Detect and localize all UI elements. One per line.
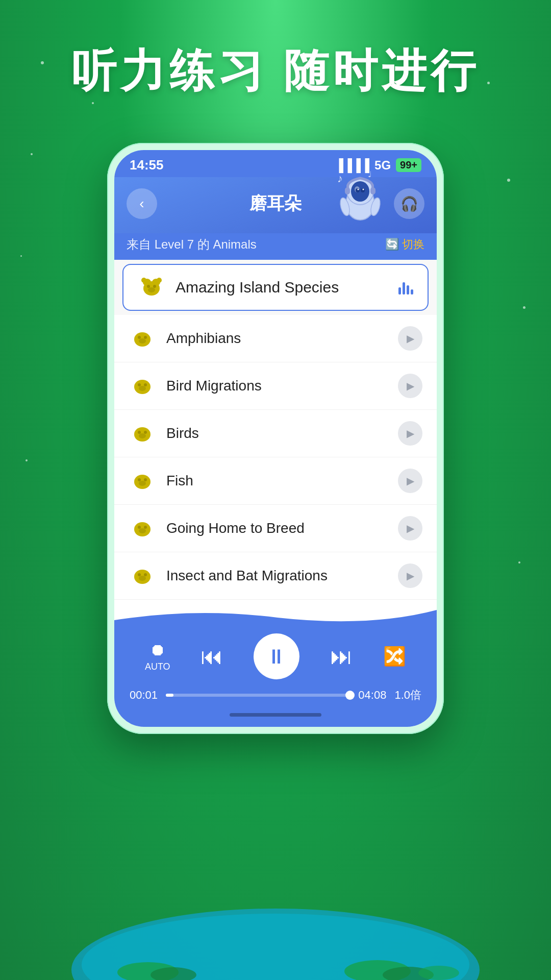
prev-icon: ⏮ bbox=[201, 644, 223, 669]
bear-icon-6 bbox=[129, 517, 156, 540]
svg-point-64 bbox=[418, 966, 459, 980]
svg-point-31 bbox=[138, 383, 141, 386]
astronaut-icon: ♪ ♩ bbox=[330, 167, 391, 228]
svg-point-19 bbox=[148, 287, 155, 292]
star bbox=[507, 179, 510, 182]
play-button-6[interactable]: ▶ bbox=[398, 516, 422, 541]
svg-point-20 bbox=[141, 278, 146, 283]
svg-point-50 bbox=[144, 526, 147, 529]
svg-point-37 bbox=[138, 431, 141, 434]
track-item-3[interactable]: Bird Migrations ▶ bbox=[114, 362, 437, 410]
playlist-label: 来自 Level 7 的 Animals bbox=[127, 236, 257, 253]
headphone-button[interactable]: 🎧 bbox=[394, 188, 424, 219]
back-button[interactable]: ‹ bbox=[127, 188, 157, 219]
svg-point-56 bbox=[144, 573, 147, 576]
svg-point-26 bbox=[144, 336, 147, 339]
current-time: 00:01 bbox=[130, 689, 158, 702]
next-button[interactable]: ⏭ bbox=[330, 644, 353, 669]
battery-badge: 99+ bbox=[396, 158, 421, 172]
svg-point-57 bbox=[139, 576, 146, 581]
bear-icon-7 bbox=[129, 565, 156, 587]
shuffle-icon: 🔀 bbox=[383, 646, 406, 667]
player-section: ⏺ AUTO ⏮ ⏸ ⏭ 🔀 bbox=[114, 625, 437, 708]
next-icon: ⏭ bbox=[330, 644, 353, 669]
bear-icon-5 bbox=[129, 470, 156, 492]
progress-area: 00:01 04:08 1.0倍 bbox=[130, 688, 421, 703]
back-icon: ‹ bbox=[139, 195, 144, 212]
svg-point-49 bbox=[138, 526, 141, 529]
track-item-7[interactable]: Insect and Bat Migrations ▶ bbox=[114, 552, 437, 600]
bear-icon-4 bbox=[129, 422, 156, 445]
track-name-2: Amphibians bbox=[166, 330, 388, 347]
svg-point-43 bbox=[138, 478, 141, 481]
phone-screen: 14:55 ▐▐▐▐ 5G 99+ ‹ 磨耳朵 ♪ ♩ bbox=[114, 150, 437, 727]
auto-button[interactable]: ⏺ AUTO bbox=[145, 641, 170, 672]
bear-icon-2 bbox=[129, 327, 156, 350]
svg-point-21 bbox=[157, 278, 162, 283]
progress-fill bbox=[166, 694, 173, 697]
planet-decoration bbox=[71, 878, 480, 980]
svg-point-39 bbox=[139, 433, 146, 438]
astronaut-decoration: ♪ ♩ bbox=[330, 167, 396, 233]
svg-point-4 bbox=[351, 181, 369, 202]
star bbox=[31, 153, 33, 155]
svg-point-44 bbox=[144, 478, 147, 481]
progress-dot bbox=[345, 691, 355, 700]
speed-badge: 1.0倍 bbox=[394, 688, 421, 703]
svg-point-51 bbox=[139, 528, 146, 533]
svg-point-55 bbox=[138, 573, 141, 576]
play-button-4[interactable]: ▶ bbox=[398, 421, 422, 446]
wave-svg bbox=[114, 600, 437, 625]
track-item-1[interactable]: Amazing Island Species bbox=[122, 264, 429, 311]
play-button-3[interactable]: ▶ bbox=[398, 374, 422, 398]
wave-section bbox=[114, 600, 437, 625]
home-indicator-area bbox=[114, 708, 437, 727]
svg-point-33 bbox=[139, 386, 146, 391]
track-name-4: Birds bbox=[166, 425, 388, 442]
svg-point-8 bbox=[358, 189, 359, 190]
track-name-7: Insect and Bat Migrations bbox=[166, 568, 388, 584]
play-pause-button[interactable]: ⏸ bbox=[254, 633, 299, 679]
track-name-5: Fish bbox=[166, 473, 388, 489]
svg-text:♪: ♪ bbox=[337, 172, 343, 185]
play-button-5[interactable]: ▶ bbox=[398, 469, 422, 493]
svg-point-32 bbox=[144, 383, 147, 386]
switch-label: 切换 bbox=[402, 237, 424, 252]
phone-mockup: 14:55 ▐▐▐▐ 5G 99+ ‹ 磨耳朵 ♪ ♩ bbox=[107, 143, 444, 734]
svg-point-9 bbox=[363, 189, 364, 190]
status-time: 14:55 bbox=[130, 157, 164, 173]
play-button-2[interactable]: ▶ bbox=[398, 326, 422, 351]
refresh-icon: 🔄 bbox=[385, 238, 399, 251]
hero-title: 听力练习 随时进行 bbox=[0, 41, 551, 102]
phone-frame: 14:55 ▐▐▐▐ 5G 99+ ‹ 磨耳朵 ♪ ♩ bbox=[107, 143, 444, 734]
shuffle-button[interactable]: 🔀 bbox=[383, 646, 406, 667]
auto-icon: ⏺ bbox=[149, 641, 166, 659]
track-list: Amazing Island Species bbox=[114, 260, 437, 600]
home-bar bbox=[230, 713, 321, 717]
bear-icon-3 bbox=[129, 375, 156, 397]
svg-point-17 bbox=[147, 285, 150, 288]
total-time: 04:08 bbox=[358, 689, 386, 702]
auto-label: AUTO bbox=[145, 662, 170, 672]
play-button-7[interactable]: ▶ bbox=[398, 564, 422, 588]
track-item-2[interactable]: Amphibians ▶ bbox=[114, 315, 437, 362]
star bbox=[26, 459, 28, 461]
svg-point-45 bbox=[139, 481, 146, 486]
switch-button[interactable]: 🔄 切换 bbox=[385, 237, 424, 252]
star bbox=[518, 561, 520, 564]
star bbox=[20, 255, 22, 257]
svg-point-38 bbox=[144, 431, 147, 434]
app-header: ‹ 磨耳朵 ♪ ♩ bbox=[114, 177, 437, 233]
track-name-3: Bird Migrations bbox=[166, 378, 388, 394]
track-item-4[interactable]: Birds ▶ bbox=[114, 410, 437, 457]
svg-rect-11 bbox=[370, 187, 375, 194]
track-item-6[interactable]: Going Home to Breed ▶ bbox=[114, 505, 437, 552]
bear-icon bbox=[138, 276, 165, 299]
progress-track[interactable] bbox=[166, 694, 350, 697]
svg-point-18 bbox=[153, 285, 156, 288]
track-item-5[interactable]: Fish ▶ bbox=[114, 457, 437, 505]
star bbox=[92, 102, 94, 104]
prev-button[interactable]: ⏮ bbox=[201, 644, 223, 669]
svg-rect-10 bbox=[345, 187, 350, 194]
track-name-6: Going Home to Breed bbox=[166, 520, 388, 536]
